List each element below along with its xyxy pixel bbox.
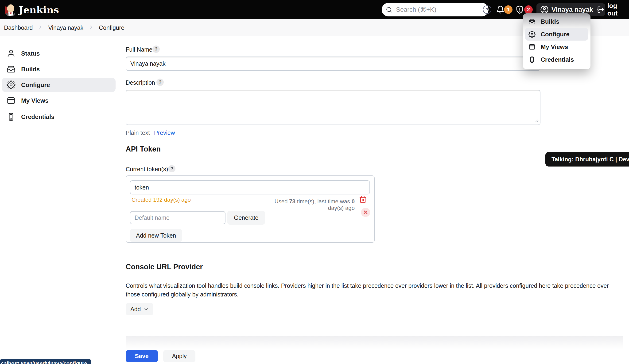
menu-item-label: Configure: [541, 31, 570, 38]
credentials-icon: [528, 56, 535, 63]
description-label: Description: [126, 79, 155, 86]
full-name-input[interactable]: [126, 57, 540, 71]
menu-item-credentials[interactable]: Credentials: [525, 53, 588, 66]
logout-button[interactable]: log out: [597, 2, 629, 17]
sidebar-item-credentials[interactable]: Credentials: [2, 109, 116, 124]
plain-text-label: Plain text: [126, 129, 150, 136]
menu-item-my-views[interactable]: My Views: [525, 41, 588, 53]
window-icon: [6, 96, 15, 105]
breadcrumb-dashboard[interactable]: Dashboard: [4, 24, 33, 31]
token-last-used-count: 0: [352, 198, 355, 204]
sidebar-item-label: Builds: [21, 66, 40, 73]
chevron-down-icon: [144, 307, 149, 312]
section-divider: [126, 253, 623, 253]
token-name-input[interactable]: [130, 180, 370, 194]
logout-icon: [597, 6, 605, 13]
menu-item-label: Builds: [541, 18, 559, 25]
api-token-heading: API Token: [126, 145, 161, 153]
add-provider-label: Add: [130, 306, 141, 313]
talking-tooltip: Talking: Dhrubajyoti C | DevRel En...: [545, 152, 629, 167]
description-textarea[interactable]: [126, 90, 540, 125]
menu-item-configure[interactable]: Configure: [525, 28, 588, 41]
sidebar-item-configure[interactable]: Configure: [2, 78, 116, 92]
add-new-token-button[interactable]: Add new Token: [130, 229, 182, 242]
status-url-tooltip: calhost:8080/user/vinaya/configure: [0, 359, 91, 364]
full-name-help-icon[interactable]: ?: [153, 45, 160, 53]
sidebar-item-label: Credentials: [21, 113, 54, 121]
sidebar-item-label: Status: [21, 50, 40, 57]
generate-token-button[interactable]: Generate: [227, 211, 265, 225]
sidebar-item-label: My Views: [21, 97, 49, 104]
sidebar-item-builds[interactable]: Builds: [2, 62, 116, 77]
menu-item-label: My Views: [541, 43, 568, 51]
delete-token-button[interactable]: [359, 195, 367, 204]
breadcrumb-user[interactable]: Vinaya nayak: [48, 24, 83, 31]
builds-icon: [528, 18, 535, 25]
jenkins-butler-icon: [3, 3, 16, 16]
brand-name: Jenkins: [19, 4, 59, 15]
menu-item-builds[interactable]: Builds: [525, 15, 588, 28]
jenkins-logo[interactable]: Jenkins: [3, 3, 59, 16]
logout-label: log out: [607, 2, 629, 17]
window-icon: [528, 43, 535, 50]
search-box: ?: [382, 3, 488, 16]
footer-band: [126, 336, 623, 349]
search-help-icon[interactable]: ?: [483, 5, 491, 14]
sidebar-item-label: Configure: [21, 81, 50, 89]
shield-exclamation-icon: [515, 5, 524, 14]
user-name: Vinaya nayak: [551, 6, 593, 13]
menu-item-label: Credentials: [541, 56, 574, 63]
console-url-heading: Console URL Provider: [126, 263, 203, 271]
current-tokens-help-icon[interactable]: ?: [168, 165, 175, 172]
resize-grip-icon[interactable]: [535, 118, 539, 123]
full-name-label: Full Name: [126, 46, 153, 53]
gear-icon: [528, 31, 535, 38]
save-button[interactable]: Save: [126, 350, 158, 362]
search-icon: [386, 6, 392, 13]
trash-icon: [359, 195, 367, 203]
gear-icon: [6, 81, 15, 89]
preview-link[interactable]: Preview: [154, 129, 175, 136]
breadcrumb-separator-icon: [38, 25, 43, 31]
description-mode-row: Plain text Preview: [126, 129, 175, 136]
add-provider-button[interactable]: Add: [126, 303, 153, 315]
search-input[interactable]: [396, 6, 480, 14]
jenkins-user-configure-page: Jenkins ? 1 2 Vinaya nayak log out Dashb…: [0, 0, 629, 364]
bell-count-badge[interactable]: 1: [504, 5, 512, 14]
user-circle-icon: [540, 5, 549, 14]
new-token-name-input[interactable]: [130, 211, 225, 224]
breadcrumb-configure[interactable]: Configure: [99, 24, 124, 31]
current-tokens-label: Current token(s): [126, 166, 168, 173]
token-created-text: Created 192 day(s) ago: [132, 196, 191, 203]
person-icon: [6, 49, 15, 58]
bell-icon: [496, 5, 504, 14]
apply-button[interactable]: Apply: [163, 350, 195, 362]
console-url-description: Controls what visualization tool handles…: [126, 281, 624, 299]
user-dropdown-menu: Builds Configure My Views Credentials: [523, 13, 591, 69]
security-count-badge[interactable]: 2: [524, 5, 533, 14]
token-used-text: Used 73 time(s), last time was 0 day(s) …: [268, 198, 355, 211]
description-help-icon[interactable]: ?: [157, 79, 164, 86]
token-used-count: 73: [289, 198, 296, 204]
breadcrumb-separator-icon: [89, 25, 94, 31]
builds-icon: [6, 65, 15, 74]
security-warnings-button[interactable]: [515, 5, 524, 14]
notifications-bell-button[interactable]: [496, 5, 504, 14]
x-icon: ✕: [363, 209, 368, 216]
credentials-icon: [6, 112, 15, 121]
sidebar-item-my-views[interactable]: My Views: [2, 93, 116, 108]
cancel-token-button[interactable]: ✕: [361, 208, 370, 217]
sidebar-item-status[interactable]: Status: [2, 46, 116, 61]
